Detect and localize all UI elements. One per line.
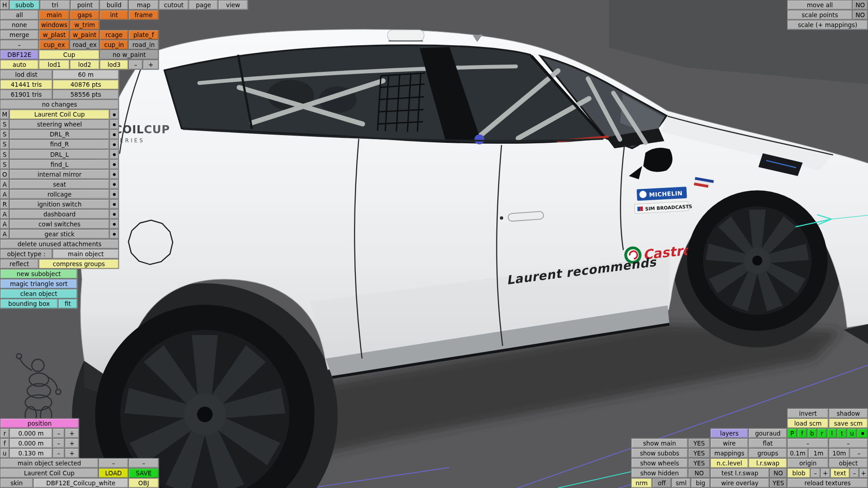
left-panel-w-paint[interactable]: w_paint bbox=[70, 30, 99, 40]
left-panel-gear-stick[interactable]: gear stick bbox=[9, 229, 110, 239]
left-panel-dot[interactable] bbox=[109, 229, 119, 239]
bottom-right-panel-text[interactable]: text bbox=[830, 468, 850, 478]
bottom-right-panel-minus[interactable]: – bbox=[829, 438, 868, 448]
left-panel-gaps[interactable]: gaps bbox=[70, 10, 99, 20]
left-panel-lod2[interactable]: lod2 bbox=[70, 60, 99, 70]
left-panel-a[interactable]: A bbox=[0, 219, 9, 229]
left-panel-s[interactable]: S bbox=[0, 160, 9, 169]
bottom-left-panel-minus[interactable]: – bbox=[52, 448, 65, 458]
bottom-left-panel-plus[interactable]: + bbox=[65, 448, 79, 458]
bottom-left-panel-minus[interactable]: – bbox=[128, 458, 159, 468]
bottom-right-panel-save-scm[interactable]: save scm bbox=[829, 418, 868, 428]
left-panel-a[interactable]: A bbox=[0, 209, 9, 219]
bottom-right-panel-b[interactable]: b bbox=[807, 428, 817, 438]
left-panel-w-trim[interactable]: w_trim bbox=[70, 20, 99, 30]
bottom-right-panel-no[interactable]: NO bbox=[769, 468, 787, 478]
left-panel-plus[interactable]: + bbox=[143, 60, 159, 70]
bottom-left-panel-0-130-m[interactable]: 0.130 m bbox=[9, 448, 53, 458]
bottom-right-panel-gouraud[interactable]: gouraud bbox=[749, 428, 788, 438]
bottom-right-panel-l[interactable]: l bbox=[827, 428, 837, 438]
left-panel-find-l[interactable]: find_L bbox=[9, 160, 110, 169]
bottom-right-panel-minus[interactable]: – bbox=[811, 468, 821, 478]
bottom-left-panel-minus[interactable]: – bbox=[52, 428, 65, 438]
bottom-right-panel-u[interactable]: u bbox=[847, 428, 857, 438]
left-panel-auto[interactable]: auto bbox=[0, 60, 39, 70]
bottom-right-panel-test-l-r-swap[interactable]: test l.r.swap bbox=[710, 468, 769, 478]
left-panel-dot[interactable] bbox=[109, 160, 119, 169]
left-panel-dot[interactable] bbox=[109, 150, 119, 160]
bottom-left-panel-minus[interactable]: – bbox=[99, 458, 128, 468]
left-panel-cutout[interactable]: cutout bbox=[159, 0, 189, 10]
bottom-right-panel-groups[interactable]: groups bbox=[749, 448, 788, 458]
bottom-right-panel-yes[interactable]: YES bbox=[688, 458, 710, 468]
left-panel-ignition-switch[interactable]: ignition switch bbox=[9, 199, 110, 209]
left-panel-all[interactable]: all bbox=[0, 10, 39, 20]
left-panel-dot[interactable] bbox=[109, 179, 119, 189]
left-panel-60-m[interactable]: 60 m bbox=[52, 70, 119, 80]
top-right-panel-move-all[interactable]: move all bbox=[787, 0, 852, 10]
bottom-right-panel-wire[interactable]: wire bbox=[710, 438, 748, 448]
bottom-right-panel-l-r-swap[interactable]: l.r.swap bbox=[749, 458, 788, 468]
left-panel-dot[interactable] bbox=[109, 130, 119, 140]
left-panel-point[interactable]: point bbox=[71, 0, 100, 10]
bottom-right-panel-minus[interactable]: – bbox=[850, 468, 859, 478]
bottom-right-panel-blob[interactable]: blob bbox=[787, 468, 810, 478]
bottom-right-panel-f[interactable]: f bbox=[797, 428, 807, 438]
left-panel-main-object[interactable]: main object bbox=[52, 249, 119, 259]
left-panel-lod-dist[interactable]: lod dist bbox=[0, 70, 52, 80]
left-panel-drl-r[interactable]: DRL_R bbox=[9, 130, 110, 140]
left-panel-dot[interactable] bbox=[109, 119, 119, 129]
left-panel-dot[interactable] bbox=[109, 209, 119, 219]
left-panel-tri[interactable]: tri bbox=[40, 0, 70, 10]
bottom-left-panel-plus[interactable]: + bbox=[65, 438, 79, 448]
left-panel-o[interactable]: O bbox=[0, 169, 9, 179]
left-panel-rollcage[interactable]: rollcage bbox=[9, 189, 110, 199]
bottom-right-panel-sml[interactable]: sml bbox=[671, 478, 691, 488]
bottom-right-panel-yes[interactable]: YES bbox=[688, 448, 710, 458]
left-panel-rcage[interactable]: rcage bbox=[99, 30, 128, 40]
bottom-right-panel-wire-overlay[interactable]: wire overlay bbox=[710, 478, 769, 488]
left-panel-a[interactable]: A bbox=[0, 189, 9, 199]
bottom-right-panel-yes[interactable]: YES bbox=[769, 478, 787, 488]
left-panel-fit[interactable]: fit bbox=[58, 299, 78, 309]
bottom-right-panel-invert[interactable]: invert bbox=[787, 408, 829, 418]
left-panel-frame[interactable]: frame bbox=[128, 10, 159, 20]
left-panel-r[interactable]: R bbox=[0, 199, 9, 209]
bottom-right-panel-plus[interactable]: + bbox=[821, 468, 830, 478]
left-panel-a[interactable]: A bbox=[0, 229, 9, 239]
left-panel-view[interactable]: view bbox=[218, 0, 248, 10]
left-panel-map[interactable]: map bbox=[128, 0, 159, 10]
bottom-right-panel-no[interactable]: NO bbox=[688, 468, 710, 478]
left-panel-page[interactable]: page bbox=[189, 0, 218, 10]
bottom-right-panel-layers[interactable]: layers bbox=[710, 428, 748, 438]
left-panel-minus[interactable]: – bbox=[128, 60, 143, 70]
left-panel-delete-unused-attachments[interactable]: delete unused attachments bbox=[0, 239, 119, 249]
top-right-panel-scale-mappings[interactable]: scale (+ mappings) bbox=[787, 20, 868, 30]
left-panel-main[interactable]: main bbox=[39, 10, 70, 20]
left-panel-bounding-box[interactable]: bounding box bbox=[0, 299, 58, 309]
bottom-right-panel-p[interactable]: P bbox=[787, 428, 797, 438]
left-panel-dashboard[interactable]: dashboard bbox=[9, 209, 110, 219]
left-panel-laurent-coil-cup[interactable]: Laurent Coil Cup bbox=[9, 109, 110, 119]
bottom-right-panel-t[interactable]: t bbox=[837, 428, 847, 438]
left-panel-m[interactable]: M bbox=[0, 109, 9, 119]
bottom-right-panel-flat[interactable]: flat bbox=[749, 438, 788, 448]
left-panel-dot[interactable] bbox=[109, 189, 119, 199]
left-panel-a[interactable]: A bbox=[0, 179, 9, 189]
bottom-right-panel-big[interactable]: big bbox=[691, 478, 710, 488]
top-right-panel-no[interactable]: NO bbox=[853, 10, 868, 20]
left-panel-road-ex[interactable]: road_ex bbox=[70, 40, 99, 50]
left-panel-s[interactable]: S bbox=[0, 140, 9, 150]
left-panel-subob[interactable]: subob bbox=[9, 0, 40, 10]
bottom-right-panel-load-scm[interactable]: load scm bbox=[787, 418, 829, 428]
left-panel-no-w-paint[interactable]: no w_paint bbox=[99, 50, 159, 60]
left-panel-magic-triangle-sort[interactable]: magic triangle sort bbox=[0, 279, 77, 289]
bottom-right-panel-1m[interactable]: 1m bbox=[808, 448, 829, 458]
bottom-right-panel-show-hidden[interactable]: show hidden bbox=[631, 468, 688, 478]
bottom-left-panel-load[interactable]: LOAD bbox=[99, 468, 128, 478]
bottom-right-panel-minus[interactable]: – bbox=[850, 448, 868, 458]
bottom-right-panel-nrm[interactable]: nrm bbox=[631, 478, 652, 488]
bottom-left-panel-dbf12e-coilcup-white[interactable]: DBF12E_Coilcup_white bbox=[33, 478, 128, 488]
left-panel-int[interactable]: int bbox=[99, 10, 128, 20]
left-panel-s[interactable]: S bbox=[0, 150, 9, 160]
